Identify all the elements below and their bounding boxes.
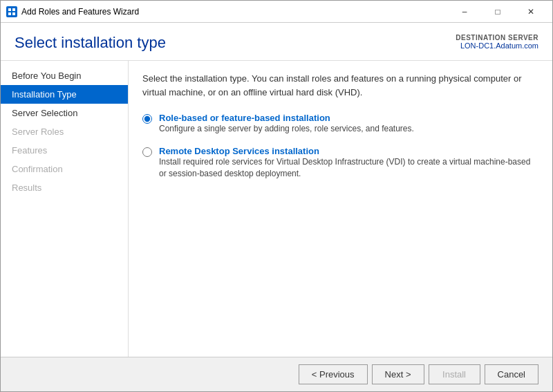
maximize-button[interactable]: □ [482,2,514,21]
destination-name: LON-DC1.Adatum.com [456,41,538,50]
previous-button[interactable]: < Previous [299,364,368,384]
main-body: Before You Begin Installation Type Serve… [1,61,552,357]
minimize-button[interactable]: – [449,2,480,21]
option-remote-desktop-desc: Install required role services for Virtu… [159,156,538,180]
wizard-window: Add Roles and Features Wizard – □ ✕ Sele… [0,0,553,392]
svg-rect-1 [12,8,15,11]
footer: < Previous Next > Install Cancel [1,357,552,391]
option-role-based-content: Role-based or feature-based installation… [159,113,414,135]
app-icon [6,6,17,17]
sidebar-item-features: Features [1,141,128,160]
destination-server: DESTINATION SERVER LON-DC1.Adatum.com [456,34,538,50]
page-title: Select installation type [15,34,166,52]
sidebar-item-server-selection[interactable]: Server Selection [1,104,128,122]
main-content: Select the installation type. You can in… [129,61,552,357]
option-role-based-desc: Configure a single server by adding role… [159,123,414,135]
sidebar-item-before-you-begin[interactable]: Before You Begin [1,66,128,85]
option-remote-desktop-title[interactable]: Remote Desktop Services installation [159,146,319,156]
radio-remote-desktop[interactable] [142,147,152,157]
title-bar: Add Roles and Features Wizard – □ ✕ [1,1,552,23]
wizard-header: Select installation type DESTINATION SER… [1,23,552,61]
sidebar-item-installation-type[interactable]: Installation Type [1,85,128,104]
sidebar: Before You Begin Installation Type Serve… [1,61,129,357]
description-text: Select the installation type. You can in… [142,72,538,99]
window-title: Add Roles and Features Wizard [21,7,449,17]
option-group: Role-based or feature-based installation… [142,113,538,179]
sidebar-item-server-roles: Server Roles [1,122,128,141]
option-remote-desktop: Remote Desktop Services installation Ins… [142,146,538,180]
option-role-based-title[interactable]: Role-based or feature-based installation [159,113,330,123]
sidebar-item-results: Results [1,178,128,197]
content-area: Select installation type DESTINATION SER… [1,23,552,357]
svg-rect-3 [12,12,15,15]
radio-role-based[interactable] [142,114,152,124]
window-controls: – □ ✕ [449,2,547,21]
svg-rect-0 [8,8,11,11]
svg-rect-2 [8,12,11,15]
cancel-button[interactable]: Cancel [485,364,538,384]
close-button[interactable]: ✕ [515,2,547,21]
option-remote-desktop-content: Remote Desktop Services installation Ins… [159,146,538,180]
option-role-based: Role-based or feature-based installation… [142,113,538,135]
install-button: Install [429,364,480,384]
destination-label: DESTINATION SERVER [456,34,538,41]
sidebar-item-confirmation: Confirmation [1,160,128,178]
next-button[interactable]: Next > [372,364,424,384]
